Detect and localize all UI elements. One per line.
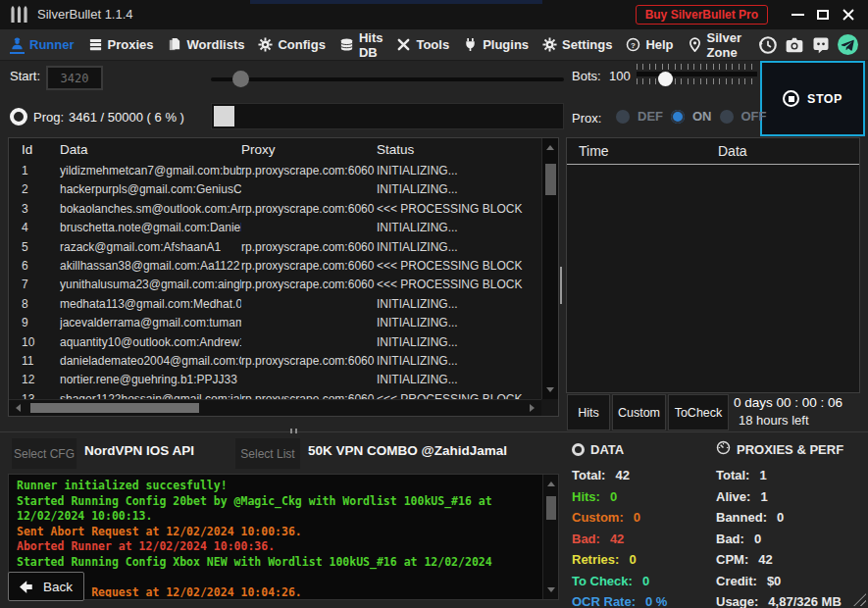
resize-grip[interactable] bbox=[853, 593, 866, 606]
scroll-left-icon[interactable] bbox=[16, 404, 21, 412]
progress-text: Prog: 3461 / 50000 ( 6 % ) bbox=[33, 110, 184, 125]
table-cell: INITIALIZING... bbox=[377, 371, 541, 389]
tab-hits[interactable]: Hits bbox=[567, 394, 610, 431]
slider-thumb[interactable] bbox=[658, 72, 673, 86]
nav-item-plugins[interactable]: Plugins bbox=[463, 37, 529, 52]
column-header: Time bbox=[579, 138, 718, 165]
tools-icon bbox=[396, 37, 411, 52]
nav-item-proxies[interactable]: Proxies bbox=[88, 37, 154, 52]
progress-radio-icon[interactable] bbox=[10, 108, 27, 126]
scroll-up-icon[interactable] bbox=[546, 145, 554, 150]
maximize-button[interactable] bbox=[813, 6, 833, 24]
radio-off[interactable] bbox=[720, 110, 734, 124]
selected-wordlist-name: 50K VPN COMBO @ZahidJamal bbox=[308, 443, 507, 458]
vertical-scrollbar[interactable] bbox=[541, 138, 558, 399]
table-row[interactable]: 1yildizmehmetcan7@gmail.com:bubirp.proxy… bbox=[9, 162, 541, 180]
table-row[interactable]: 6akillhassan38@gmail.com:Aa1122rp.proxys… bbox=[9, 257, 541, 276]
table-row[interactable]: 12nortier.rene@guehring.b1:PPJJ33INITIAL… bbox=[9, 371, 541, 389]
nav-item-silver-zone[interactable]: Silver Zone bbox=[688, 30, 744, 60]
scroll-right-icon[interactable] bbox=[530, 404, 535, 412]
stop-button[interactable]: STOP bbox=[760, 61, 865, 136]
table-row[interactable]: 7yunithalusuma23@gmail.com:aingkrp.proxy… bbox=[9, 276, 541, 294]
table-cell: nortier.rene@guehring.b1:PPJJ33 bbox=[60, 371, 241, 389]
nav-item-hitsdb[interactable]: Hits DB bbox=[339, 30, 383, 60]
log-output: Runner initialized succesfully!Started R… bbox=[17, 479, 538, 597]
table-cell: INITIALIZING... bbox=[377, 352, 541, 371]
results-rows: 1yildizmehmetcan7@gmail.com:bubirp.proxy… bbox=[9, 162, 541, 399]
bots-slider[interactable] bbox=[637, 64, 757, 93]
nav-item-wordlists[interactable]: Wordlists bbox=[167, 37, 244, 52]
discord-icon[interactable] bbox=[811, 35, 831, 55]
radio-def[interactable] bbox=[616, 110, 630, 124]
scrollbar-thumb[interactable] bbox=[30, 403, 199, 413]
table-cell: rp.proxyscrape.com:6060 bbox=[241, 238, 377, 257]
stats-data-header: DATA bbox=[572, 440, 667, 458]
table-row[interactable]: 8medhata113@gmail.com:Medhat.0INITIALIZI… bbox=[9, 295, 541, 314]
log-scrollbar[interactable] bbox=[542, 475, 558, 599]
tab-tocheck[interactable]: ToCheck bbox=[668, 394, 729, 431]
table-row[interactable]: 5razack@gmail.com:AfshaanA1rp.proxyscrap… bbox=[9, 238, 541, 257]
table-cell bbox=[241, 219, 377, 237]
select-cfg-button[interactable]: Select CFG bbox=[12, 438, 77, 469]
table-cell bbox=[241, 314, 377, 332]
table-row[interactable]: 13shagor1122hossain@gmail.com:jahirp.pro… bbox=[9, 390, 541, 399]
table-cell: 11 bbox=[9, 352, 60, 371]
bots-label: Bots: bbox=[572, 69, 601, 83]
telegram-icon[interactable] bbox=[838, 34, 858, 55]
table-row[interactable]: 9jacevalderrama@gmail.com:tumamINITIALIZ… bbox=[9, 314, 541, 332]
stat-row: Custom:0 bbox=[572, 507, 667, 529]
title-bar: SilverBullet 1.1.4 Buy SilverBullet Pro bbox=[0, 0, 868, 29]
log-line: Sent Abort Request at 12/02/2024 10:04:2… bbox=[17, 585, 538, 598]
slider-thumb[interactable] bbox=[232, 71, 249, 87]
maximize-icon bbox=[817, 10, 829, 20]
table-cell: rp.proxyscrape.com:6060 bbox=[241, 257, 377, 276]
nav-item-configs[interactable]: Configs bbox=[258, 37, 325, 52]
buy-pro-button[interactable]: Buy SilverBullet Pro bbox=[636, 5, 768, 25]
table-cell: shagor1122hossain@gmail.com:jahi bbox=[60, 390, 241, 399]
table-cell: INITIALIZING... bbox=[377, 314, 541, 332]
stats-proxies-header: PROXIES & PERF bbox=[716, 440, 843, 458]
select-list-button[interactable]: Select List bbox=[235, 438, 300, 469]
slider-ticks bbox=[637, 78, 757, 84]
progress-value: 3461 / 50000 ( 6 % ) bbox=[69, 110, 184, 125]
table-cell: 4 bbox=[9, 219, 60, 237]
table-cell: danielademateo2004@gmail.com:C bbox=[60, 352, 241, 371]
radio-on[interactable] bbox=[671, 110, 685, 124]
slider-track[interactable] bbox=[637, 72, 757, 76]
horizontal-scrollbar[interactable] bbox=[9, 399, 541, 416]
stop-label: STOP bbox=[807, 92, 842, 106]
scrollbar-thumb[interactable] bbox=[545, 164, 556, 195]
history-icon[interactable] bbox=[758, 35, 778, 55]
tab-custom[interactable]: Custom bbox=[612, 394, 666, 431]
scrollbar-thumb[interactable] bbox=[546, 496, 556, 520]
nav-item-settings[interactable]: Settings bbox=[542, 37, 612, 52]
table-cell: 3 bbox=[9, 200, 60, 219]
table-cell bbox=[241, 295, 377, 314]
start-position-slider[interactable] bbox=[211, 77, 564, 81]
table-cell: rp.proxyscrape.com:6060 bbox=[241, 352, 377, 371]
table-row[interactable]: 2hackerpurpls@gmail.com:GeniusCoINITIALI… bbox=[9, 180, 541, 199]
panel-splitter[interactable] bbox=[560, 267, 562, 304]
scroll-down-icon[interactable] bbox=[546, 387, 554, 392]
table-row[interactable]: 10aquantity10@outlook.com:Andrew1INITIAL… bbox=[9, 333, 541, 352]
nav-item-runner[interactable]: Runner bbox=[10, 36, 75, 54]
table-row[interactable]: 4bruschetta.note@gmail.com:DanielINITIAL… bbox=[9, 219, 541, 237]
table-row[interactable]: 3bokaolanches.sm@outlook.com:An.rp.proxy… bbox=[9, 200, 541, 219]
camera-icon[interactable] bbox=[785, 35, 804, 55]
start-input[interactable] bbox=[46, 66, 103, 90]
hits-table: Time Data bbox=[566, 137, 860, 393]
nav-label: Tools bbox=[416, 37, 449, 52]
table-cell: akillhassan38@gmail.com:Aa1122 bbox=[60, 257, 241, 276]
table-cell: 13 bbox=[9, 390, 60, 399]
back-button[interactable]: Back bbox=[8, 572, 84, 601]
table-row[interactable]: 11danielademateo2004@gmail.com:Crp.proxy… bbox=[9, 352, 541, 371]
minimize-button[interactable] bbox=[788, 6, 807, 24]
nav-item-help[interactable]: ? Help bbox=[626, 37, 673, 52]
column-header: Data bbox=[60, 138, 241, 162]
close-button[interactable] bbox=[839, 6, 858, 24]
divider-grip[interactable] bbox=[290, 429, 299, 433]
scroll-up-icon[interactable] bbox=[547, 481, 555, 486]
stats-data-rows: Total:42Hits:0Custom:0Bad:42Retries:0To … bbox=[572, 465, 667, 608]
nav-item-tools[interactable]: Tools bbox=[396, 37, 449, 52]
scroll-down-icon[interactable] bbox=[547, 587, 555, 592]
